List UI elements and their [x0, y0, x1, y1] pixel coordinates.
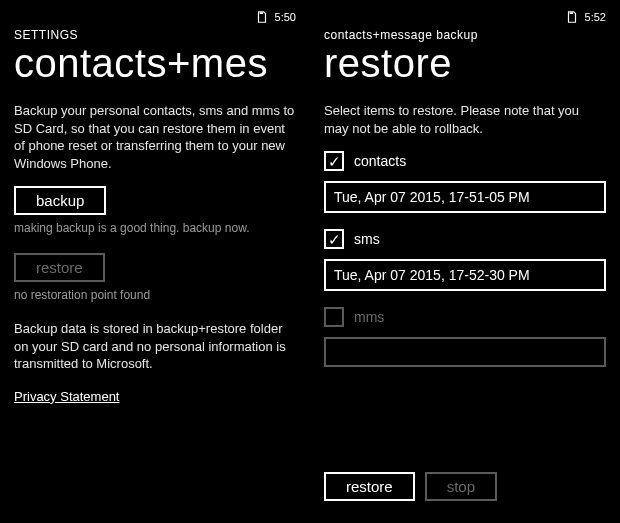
select-sms[interactable]: Tue, Apr 07 2015, 17-52-30 PM — [324, 259, 606, 291]
intro-text: Select items to restore. Please note tha… — [324, 102, 606, 137]
settings-panel: 5:50 SETTINGS contacts+mes Backup your p… — [0, 0, 310, 523]
backup-hint: making backup is a good thing. backup no… — [14, 221, 296, 235]
status-bar: 5:52 — [324, 8, 606, 26]
status-time: 5:50 — [275, 11, 296, 23]
page-title: contacts+mes — [14, 42, 296, 84]
select-mms — [324, 337, 606, 367]
status-time: 5:52 — [585, 11, 606, 23]
checkbox-contacts[interactable]: ✓ — [324, 151, 344, 171]
sd-card-icon — [565, 10, 579, 24]
breadcrumb: SETTINGS — [14, 28, 296, 42]
page-title: restore — [324, 42, 606, 84]
stop-button: stop — [425, 472, 497, 501]
restore-hint: no restoration point found — [14, 288, 296, 302]
status-bar: 5:50 — [14, 8, 296, 26]
checkbox-mms — [324, 307, 344, 327]
checkbox-row-sms[interactable]: ✓ sms — [324, 229, 606, 249]
restore-button-disabled: restore — [14, 253, 105, 282]
backup-button[interactable]: backup — [14, 186, 106, 215]
restore-button[interactable]: restore — [324, 472, 415, 501]
intro-text: Backup your personal contacts, sms and m… — [14, 102, 296, 172]
footer-text: Backup data is stored in backup+restore … — [14, 320, 296, 373]
checkbox-row-contacts[interactable]: ✓ contacts — [324, 151, 606, 171]
action-row: restore stop — [324, 472, 606, 511]
checkbox-sms[interactable]: ✓ — [324, 229, 344, 249]
checkbox-label-mms: mms — [354, 309, 384, 325]
checkbox-row-mms: mms — [324, 307, 606, 327]
checkbox-label-contacts: contacts — [354, 153, 406, 169]
restore-panel: 5:52 contacts+message backup restore Sel… — [310, 0, 620, 523]
privacy-link[interactable]: Privacy Statement — [14, 389, 120, 404]
breadcrumb: contacts+message backup — [324, 28, 606, 42]
checkbox-label-sms: sms — [354, 231, 380, 247]
select-contacts[interactable]: Tue, Apr 07 2015, 17-51-05 PM — [324, 181, 606, 213]
sd-card-icon — [255, 10, 269, 24]
